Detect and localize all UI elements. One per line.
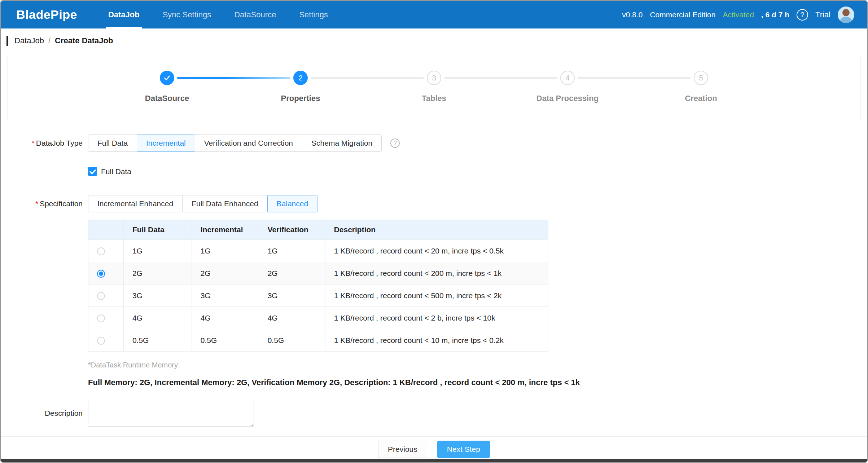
window-bottom-edge [1,459,867,462]
breadcrumb-separator: / [48,36,51,45]
cell-description: 1 KB/record , record count < 2 b, incre … [325,307,548,329]
stepper: DataSource 2 Properties 3 Tables 4 Data … [8,71,860,85]
help-icon[interactable]: ? [797,9,808,21]
type-option-verification-and-correction[interactable]: Verification and Correction [195,135,302,152]
top-navbar: BladePipe DataJob Sync Settings DataSour… [1,1,867,28]
cell-full: 1G [123,240,192,262]
step-label-data-processing: Data Processing [536,94,599,103]
stepper-card: DataSource 2 Properties 3 Tables 4 Data … [7,56,861,121]
step-tables: 3 Tables [427,71,441,85]
step-number-2: 2 [293,71,308,85]
cell-full: 3G [123,285,192,307]
cell-incremental: 0.5G [192,329,259,352]
navbar-right-cluster: v0.8.0 Commercial Edition Activated , 6 … [622,6,854,23]
table-note-row: *DataTask Runtime Memory [1,361,867,369]
step-datasource: DataSource [160,71,174,85]
spec-table-row-2g[interactable]: 2G 2G 2G 1 KB/record , record count < 20… [88,262,548,285]
cell-incremental: 1G [192,240,259,262]
datajob-type-options: Full Data Incremental Verification and C… [88,135,382,152]
cell-full: 2G [123,262,192,285]
step-label-datasource: DataSource [145,94,189,103]
summary-row: Full Memory: 2G, Incremental Memory: 2G,… [1,378,867,387]
selection-summary: Full Memory: 2G, Incremental Memory: 2G,… [88,378,580,387]
cell-verification: 1G [259,240,325,262]
activation-status: Activated [723,10,754,19]
user-avatar[interactable] [838,6,854,23]
specification-options: Incremental Enhanced Full Data Enhanced … [88,195,317,212]
nav-item-settings[interactable]: Settings [297,1,330,28]
step-connector [578,77,691,79]
header-verification: Verification [259,220,325,240]
cell-description: 1 KB/record , record count < 500 m, incr… [325,285,548,307]
step-data-processing: 4 Data Processing [560,71,575,85]
app-window: BladePipe DataJob Sync Settings DataSour… [0,0,868,463]
step-connector [311,77,424,79]
step-connector [444,77,557,79]
datajob-type-label: *DataJob Type [1,139,88,147]
cell-full: 4G [123,307,192,329]
page-title: Create DataJob [55,36,113,45]
type-option-full-data[interactable]: Full Data [88,135,137,152]
step-label-creation: Creation [685,94,717,103]
spec-table-header-row: Full Data Incremental Verification Descr… [88,220,548,240]
description-label: Description [1,409,88,418]
cell-incremental: 4G [192,307,259,329]
app-logo[interactable]: BladePipe [16,8,77,22]
step-number-5: 5 [694,71,708,85]
radio-1g[interactable] [97,247,105,255]
spec-option-balanced[interactable]: Balanced [267,195,318,212]
previous-button[interactable]: Previous [378,441,427,458]
step-properties: 2 Properties [293,71,308,85]
description-row: Description [1,400,867,427]
cell-verification: 2G [259,262,325,285]
radio-4g[interactable] [97,314,105,322]
nav-item-sync-settings[interactable]: Sync Settings [161,1,214,28]
header-incremental: Incremental [192,220,259,240]
datajob-type-help-icon[interactable]: ? [390,138,400,148]
spec-table: Full Data Incremental Verification Descr… [88,220,548,352]
cell-incremental: 3G [192,285,259,307]
full-data-checkbox-label: Full Data [101,167,131,176]
header-description: Description [325,220,548,240]
next-step-button[interactable]: Next Step [437,441,490,458]
cell-verification: 0.5G [259,329,325,352]
nav-item-datajob[interactable]: DataJob [106,1,142,28]
radio-3g[interactable] [97,292,105,300]
full-data-checkbox[interactable] [88,167,97,176]
type-option-schema-migration[interactable]: Schema Migration [302,135,382,152]
wizard-footer: Previous Next Step [1,436,867,459]
full-data-checkbox-row: Full Data [1,167,867,176]
spec-table-row-3g[interactable]: 3G 3G 3G 1 KB/record , record count < 50… [88,285,548,307]
cell-verification: 3G [259,285,325,307]
cell-verification: 4G [259,307,325,329]
description-input[interactable] [88,400,254,427]
version-label: v0.8.0 [622,10,643,19]
radio-05g[interactable] [97,337,105,345]
activation-duration: , 6 d 7 h [761,10,789,19]
required-mark: * [32,139,35,147]
spec-option-incremental-enhanced[interactable]: Incremental Enhanced [88,195,183,212]
specification-row: *Specification Incremental Enhanced Full… [1,195,867,212]
step-creation: 5 Creation [694,71,708,85]
edition-label: Commercial Edition [650,10,715,19]
spec-option-full-data-enhanced[interactable]: Full Data Enhanced [182,195,267,212]
spec-table-row-4g[interactable]: 4G 4G 4G 1 KB/record , record count < 2 … [88,307,548,329]
breadcrumb-accent-bar [6,36,8,46]
main-nav: DataJob Sync Settings DataSource Setting… [106,1,349,28]
spec-table-row-1g[interactable]: 1G 1G 1G 1 KB/record , record count < 20… [88,240,548,262]
header-full-data: Full Data [123,220,192,240]
step-label-properties: Properties [281,94,320,103]
cell-incremental: 2G [192,262,259,285]
type-option-incremental[interactable]: Incremental [137,135,195,152]
spec-table-row-05g[interactable]: 0.5G 0.5G 0.5G 1 KB/record , record coun… [88,329,548,352]
cell-description: 1 KB/record , record count < 20 m, incre… [325,240,548,262]
step-connector-active [177,77,290,79]
nav-item-datasource[interactable]: DataSource [232,1,278,28]
table-note: *DataTask Runtime Memory [88,361,178,369]
breadcrumb-parent[interactable]: DataJob [14,36,44,45]
radio-2g[interactable] [97,270,105,278]
create-datajob-form: *DataJob Type Full Data Incremental Veri… [1,135,867,427]
cell-description: 1 KB/record , record count < 10 m, incre… [325,329,548,352]
breadcrumb: DataJob / Create DataJob [1,28,867,53]
step-number-3: 3 [427,71,441,85]
